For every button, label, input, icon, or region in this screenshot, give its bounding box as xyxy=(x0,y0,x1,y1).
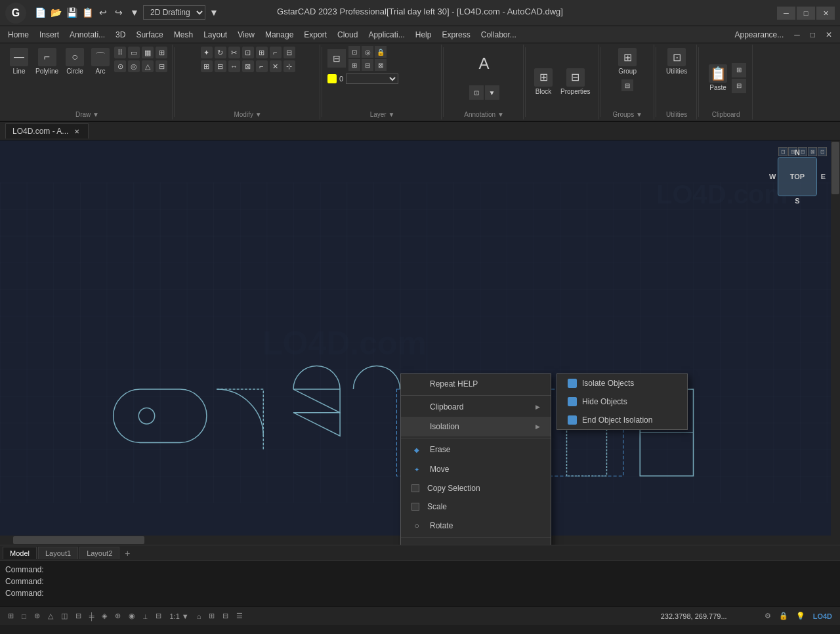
modify-btn-10[interactable]: ↔ xyxy=(228,60,241,73)
modify-btn-7[interactable]: ⊟ xyxy=(283,46,296,59)
ctx-erase[interactable]: ◆ Erase xyxy=(401,440,551,459)
close-button[interactable]: ✕ xyxy=(816,7,835,20)
layer-group-label[interactable]: Layer ▼ xyxy=(370,111,395,118)
modify-btn-14[interactable]: ⊹ xyxy=(283,60,296,73)
ribbon-utilities-btn[interactable]: ⊡ Utilities xyxy=(663,46,690,77)
statusbar-icon-3[interactable]: ⊕ xyxy=(32,612,43,620)
annotation-btn-2[interactable]: ▼ xyxy=(485,85,499,100)
menu-view[interactable]: View xyxy=(232,28,260,42)
ribbon-text-btn[interactable]: A xyxy=(469,46,499,83)
ribbon-construct-btn[interactable]: △ xyxy=(141,60,154,73)
modify-btn-3[interactable]: ✂ xyxy=(228,46,241,59)
scrollbar-vertical[interactable] xyxy=(831,140,840,545)
ribbon-circle-btn[interactable]: ○ Circle xyxy=(62,46,87,77)
viewcube-cube[interactable]: N S E W TOP xyxy=(778,157,817,196)
menu-mesh[interactable]: Mesh xyxy=(169,28,198,42)
ribbon-properties-btn[interactable]: ⊟ Properties xyxy=(557,66,594,97)
viewcube-icon-5[interactable]: ⊡ xyxy=(818,147,827,156)
utilities-group-label[interactable]: Utilities xyxy=(666,111,687,118)
ribbon-dots-btn[interactable]: ⠿ xyxy=(114,46,127,59)
statusbar-icon-12[interactable]: ⊟ xyxy=(153,612,164,620)
clipboard-btn-2[interactable]: ⊟ xyxy=(732,79,746,93)
ctx-isolation[interactable]: Isolation xyxy=(401,417,551,436)
ribbon-minimize-btn[interactable]: ─ xyxy=(789,28,805,42)
menu-insert[interactable]: Insert xyxy=(34,28,64,42)
layer-btn-5[interactable]: ⊟ xyxy=(362,59,373,71)
modify-group-label[interactable]: Modify ▼ xyxy=(234,111,261,118)
minimize-button[interactable]: ─ xyxy=(777,7,795,20)
viewcube-icon-1[interactable]: ⊡ xyxy=(778,147,788,156)
statusbar-icon-9[interactable]: ⊕ xyxy=(112,612,123,620)
menu-annotation[interactable]: Annotati... xyxy=(64,28,110,42)
layout-add-button[interactable]: + xyxy=(121,547,134,560)
submenu-end-object-isolation[interactable]: End Object Isolation xyxy=(557,411,687,429)
ribbon-snap-btn[interactable]: ⊙ xyxy=(114,60,127,73)
save-btn[interactable]: 💾 xyxy=(64,5,79,20)
menu-home[interactable]: Home xyxy=(3,28,34,42)
modify-btn-11[interactable]: ⊠ xyxy=(242,60,255,73)
statusbar-icon-1[interactable]: ⊞ xyxy=(5,612,16,620)
menu-export[interactable]: Export xyxy=(299,28,332,42)
ctx-move[interactable]: ✦ Move xyxy=(401,459,551,479)
ribbon-hatch-btn[interactable]: ▦ xyxy=(141,46,154,59)
ribbon-arc-btn[interactable]: ⌒ Arc xyxy=(88,46,113,77)
menu-manage[interactable]: Manage xyxy=(260,28,299,42)
statusbar-icon-4[interactable]: △ xyxy=(45,612,56,620)
layer-btn-3[interactable]: 🔒 xyxy=(375,46,387,58)
statusbar-scale[interactable]: 1:1 ▼ xyxy=(167,612,191,620)
layer-dropdown[interactable] xyxy=(346,74,398,84)
statusbar-icon-16[interactable]: ☰ xyxy=(234,612,245,620)
layer-btn-6[interactable]: ⊠ xyxy=(375,59,387,71)
saveas-btn[interactable]: 📋 xyxy=(80,5,94,20)
menu-applicati[interactable]: Applicati... xyxy=(363,28,410,42)
restore-button[interactable]: □ xyxy=(797,7,815,20)
menu-help[interactable]: Help xyxy=(410,28,437,42)
annotation-btn-1[interactable]: ⊡ xyxy=(469,85,484,100)
statusbar-icon-15[interactable]: ⊟ xyxy=(220,612,231,620)
statusbar-icon-7[interactable]: ╪ xyxy=(87,612,97,620)
appearance-menu[interactable]: Appearance... xyxy=(730,28,789,42)
ctx-clipboard[interactable]: Clipboard xyxy=(401,397,551,417)
ctx-draw-order[interactable]: Draw Order xyxy=(401,539,551,545)
modify-btn-9[interactable]: ⊟ xyxy=(214,60,227,73)
layer-btn-1[interactable]: ⊡ xyxy=(348,46,360,58)
draw-group-label[interactable]: Draw ▼ xyxy=(75,111,99,118)
ribbon-paste-btn[interactable]: 📋 Paste xyxy=(705,62,730,93)
modify-btn-8[interactable]: ⊞ xyxy=(200,60,213,73)
ribbon-polar-btn[interactable]: ◎ xyxy=(127,60,140,73)
statusbar-icon-13[interactable]: ⌂ xyxy=(194,612,204,620)
modify-btn-2[interactable]: ↻ xyxy=(214,46,227,59)
modify-btn-6[interactable]: ⌐ xyxy=(269,46,282,59)
clipboard-group-label[interactable]: Clipboard xyxy=(712,111,740,118)
submenu-hide-objects[interactable]: Hide Objects xyxy=(557,392,687,411)
ribbon-restore-btn[interactable]: □ xyxy=(805,28,820,42)
statusbar-icon-10[interactable]: ◉ xyxy=(126,612,138,620)
ribbon-block-btn[interactable]: ⊞ Block xyxy=(531,66,556,97)
open-btn[interactable]: 📂 xyxy=(49,5,63,20)
canvas-area[interactable]: Y X LO4D.com LO4D.com ⊡ ⊞ ⊟ ⊠ ⊡ N S E W … xyxy=(0,140,840,545)
new-btn[interactable]: 📄 xyxy=(33,5,47,20)
ribbon-close-btn[interactable]: ✕ xyxy=(820,28,837,42)
layer-properties-btn[interactable]: ⊟ xyxy=(327,49,346,68)
menu-collabor[interactable]: Collabor... xyxy=(476,28,522,42)
modify-btn-5[interactable]: ⊞ xyxy=(255,46,268,59)
ctx-scale[interactable]: Scale xyxy=(401,497,551,516)
statusbar-icon-6[interactable]: ⊟ xyxy=(73,612,84,620)
modify-btn-13[interactable]: ✕ xyxy=(269,60,282,73)
viewcube[interactable]: ⊡ ⊞ ⊟ ⊠ ⊡ N S E W TOP xyxy=(768,147,827,206)
menu-3d[interactable]: 3D xyxy=(110,28,131,42)
ctx-repeat-help[interactable]: Repeat HELP xyxy=(401,374,551,394)
doc-tab-close[interactable]: ✕ xyxy=(72,127,81,136)
menu-express[interactable]: Express xyxy=(436,28,475,42)
statusbar-lock-icon[interactable]: 🔒 xyxy=(776,612,791,620)
undo-btn[interactable]: ↩ xyxy=(96,5,110,20)
menu-surface[interactable]: Surface xyxy=(131,28,168,42)
layer-btn-2[interactable]: ◎ xyxy=(362,46,373,58)
statusbar-icon-5[interactable]: ◫ xyxy=(58,612,70,620)
layout-tab-layout1[interactable]: Layout1 xyxy=(38,547,78,559)
layer-btn-4[interactable]: ⊞ xyxy=(348,59,360,71)
ribbon-polyline-btn[interactable]: ⌐ Polyline xyxy=(32,46,62,77)
workspace-dropdown[interactable]: ▼ xyxy=(207,5,221,20)
statusbar-icon-2[interactable]: □ xyxy=(19,612,29,620)
statusbar-icon-8[interactable]: ◈ xyxy=(99,612,110,620)
